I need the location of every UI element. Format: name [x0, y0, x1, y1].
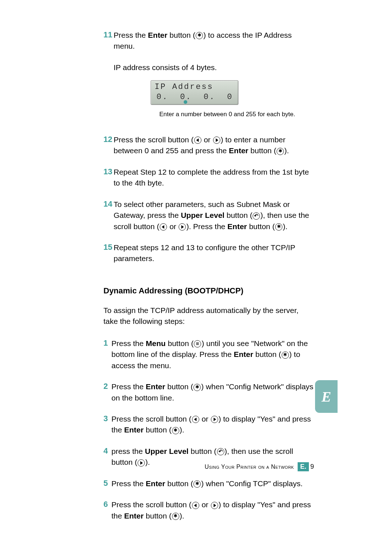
- steps-group-a: 11Press the Enter button () to access th…: [103, 30, 314, 52]
- section-heading: Dynamic Addressing (BOOTP/DHCP): [103, 286, 314, 296]
- left-icon: [194, 137, 201, 144]
- section-tab-letter: E: [322, 388, 331, 405]
- step-number: 6: [103, 499, 111, 521]
- step-number: 11: [103, 30, 114, 52]
- enter-icon: [277, 148, 284, 155]
- left-icon: [160, 223, 167, 231]
- step-item: 15Repeat steps 12 and 13 to configure th…: [103, 242, 314, 264]
- left-icon: [192, 416, 199, 423]
- step-item: 14To select other parameters, such as Su…: [103, 199, 314, 232]
- step-text: Repeat Step 12 to complete the address f…: [114, 167, 314, 189]
- right-icon: [211, 502, 218, 509]
- bold-text: Upper Level: [145, 447, 188, 455]
- step-number: 1: [103, 338, 111, 371]
- enter-icon: [196, 32, 203, 39]
- bold-text: Menu: [146, 339, 166, 347]
- upper-icon: [253, 212, 260, 220]
- right-icon: [211, 416, 218, 423]
- ip-bytes-note: IP address consists of 4 bytes.: [114, 62, 314, 73]
- lcd-cursor-icon: [184, 100, 187, 104]
- bold-text: Enter: [234, 350, 253, 358]
- step-number: 14: [103, 199, 114, 232]
- step-text: Press the scroll button ( or ) to enter …: [114, 134, 314, 156]
- section-intro: To assign the TCP/IP address automatical…: [103, 305, 314, 327]
- step-item: 1Press the Menu button () until you see …: [103, 338, 314, 371]
- step-item: 13Repeat Step 12 to complete the address…: [103, 167, 314, 189]
- menu-icon: [194, 340, 201, 347]
- left-icon: [192, 502, 199, 509]
- lcd-caption: Enter a number between 0 and 255 for eac…: [159, 110, 314, 119]
- step-text: Press the scroll button ( or ) to displa…: [111, 414, 314, 436]
- step-number: 13: [103, 167, 114, 189]
- footer-title: Using Your Printer on a Network: [205, 464, 294, 470]
- bold-text: Enter: [124, 512, 144, 520]
- enter-icon: [282, 351, 289, 359]
- step-text: Press the Enter button () to access the …: [114, 30, 314, 52]
- step-item: 2Press the Enter button () when "Config …: [103, 381, 314, 403]
- step-number: 2: [103, 381, 111, 403]
- lcd-screen: IP Address 0. 0. 0. 0: [151, 80, 238, 105]
- lcd-display: IP Address 0. 0. 0. 0: [151, 80, 314, 105]
- bold-text: Enter: [229, 146, 249, 155]
- step-number: 3: [103, 414, 111, 436]
- step-item: 5Press the Enter button () when "Config …: [103, 478, 314, 489]
- steps-group-c: 1Press the Menu button () until you see …: [103, 338, 314, 521]
- enter-icon: [193, 384, 201, 391]
- bold-text: Enter: [146, 382, 166, 391]
- lcd-line-2: 0. 0. 0. 0: [155, 92, 234, 102]
- upper-icon: [217, 448, 224, 455]
- bold-text: Enter: [124, 426, 144, 434]
- enter-icon: [275, 223, 282, 231]
- page-footer: Using Your Printer on a Network E. 9: [103, 462, 314, 471]
- step-item: 12Press the scroll button ( or ) to ente…: [103, 134, 314, 156]
- enter-icon: [172, 513, 179, 520]
- step-item: 3Press the scroll button ( or ) to displ…: [103, 414, 314, 436]
- step-text: Repeat steps 12 and 13 to configure the …: [114, 242, 314, 264]
- bold-text: Enter: [148, 31, 168, 39]
- step-text: Press the Menu button () until you see "…: [111, 338, 314, 371]
- enter-icon: [193, 480, 201, 488]
- steps-group-b: 12Press the scroll button ( or ) to ente…: [103, 134, 314, 264]
- step-item: 11Press the Enter button () to access th…: [103, 30, 314, 52]
- step-number: 12: [103, 134, 114, 156]
- step-number: 5: [103, 478, 111, 489]
- right-icon: [213, 137, 220, 144]
- right-icon: [179, 223, 186, 231]
- step-number: 15: [103, 242, 114, 264]
- step-text: Press the Enter button () when "Config N…: [111, 381, 314, 403]
- main-content: 11Press the Enter button () to access th…: [103, 30, 314, 532]
- footer-page-badge: E. 9: [298, 462, 314, 471]
- step-item: 6Press the scroll button ( or ) to displ…: [103, 499, 314, 521]
- footer-section: E.: [298, 462, 309, 471]
- step-text: Press the scroll button ( or ) to displa…: [111, 499, 314, 521]
- bold-text: Enter: [228, 222, 247, 231]
- enter-icon: [172, 427, 179, 434]
- step-text: To select other parameters, such as Subn…: [114, 199, 314, 232]
- footer-page-number: 9: [309, 463, 314, 471]
- bold-text: Enter: [146, 479, 166, 488]
- step-text: Press the Enter button () when "Config T…: [111, 478, 303, 489]
- lcd-line-1: IP Address: [155, 82, 234, 92]
- bold-text: Upper Level: [181, 211, 224, 219]
- section-tab: E: [315, 380, 338, 413]
